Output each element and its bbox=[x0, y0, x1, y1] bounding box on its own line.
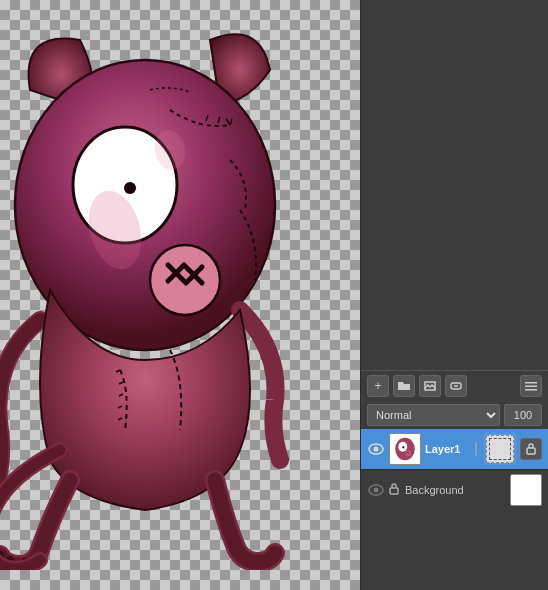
background-layer-row[interactable]: Background bbox=[361, 469, 548, 509]
layer1-lock-button[interactable] bbox=[520, 438, 542, 460]
svg-rect-24 bbox=[475, 442, 477, 456]
blend-mode-select[interactable]: Normal Multiply Screen Overlay bbox=[367, 404, 500, 426]
cat-illustration bbox=[0, 10, 350, 570]
layers-panel: + Normal Multiply Screen Overlay bbox=[360, 0, 548, 590]
svg-rect-14 bbox=[525, 386, 537, 388]
svg-point-17 bbox=[374, 447, 379, 452]
layers-section: + Normal Multiply Screen Overlay bbox=[361, 370, 548, 590]
svg-point-20 bbox=[402, 446, 404, 448]
layer1-mask-thumbnail bbox=[484, 433, 516, 465]
layer1-chain bbox=[472, 440, 480, 458]
image-button[interactable] bbox=[419, 375, 441, 397]
svg-point-27 bbox=[374, 487, 379, 492]
svg-rect-13 bbox=[525, 382, 537, 384]
folder-button[interactable] bbox=[393, 375, 415, 397]
layer1-visibility-button[interactable] bbox=[367, 440, 385, 458]
menu-button[interactable] bbox=[520, 375, 542, 397]
svg-point-2 bbox=[124, 182, 136, 194]
svg-rect-15 bbox=[525, 389, 537, 391]
background-thumbnail bbox=[510, 474, 542, 506]
svg-rect-28 bbox=[390, 488, 398, 494]
opacity-input[interactable] bbox=[504, 404, 542, 426]
svg-rect-29 bbox=[512, 476, 540, 504]
layers-toolbar: + bbox=[361, 370, 548, 401]
link-button[interactable] bbox=[445, 375, 467, 397]
panel-top-space bbox=[361, 0, 548, 370]
background-layer-name: Background bbox=[405, 484, 506, 496]
background-visibility-button[interactable] bbox=[367, 481, 385, 499]
background-lock-icon bbox=[389, 483, 399, 497]
layer1-row[interactable]: Layer1 bbox=[361, 429, 548, 469]
add-layer-button[interactable]: + bbox=[367, 375, 389, 397]
layer1-name: Layer1 bbox=[425, 443, 468, 455]
canvas-area bbox=[0, 0, 360, 590]
svg-rect-25 bbox=[527, 448, 535, 454]
layer1-thumbnail bbox=[389, 433, 421, 465]
blend-mode-row: Normal Multiply Screen Overlay bbox=[361, 401, 548, 429]
